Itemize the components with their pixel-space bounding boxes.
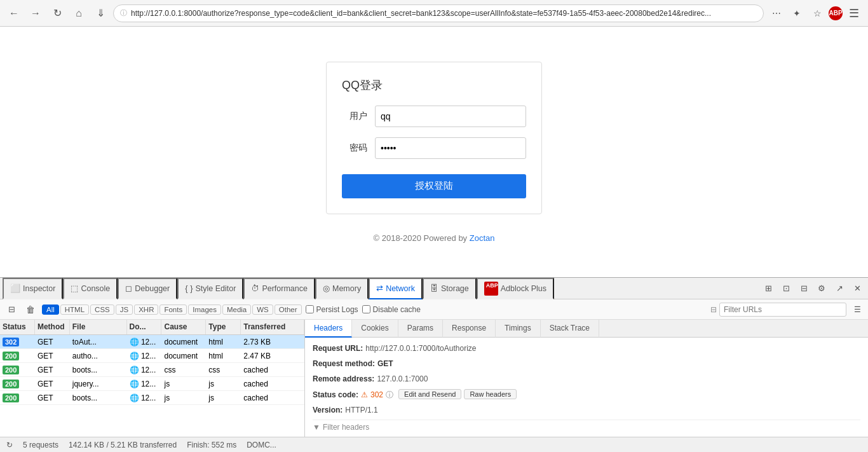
col-cause: Cause: [161, 320, 206, 334]
tab-debugger[interactable]: ◻ Debugger: [118, 278, 177, 299]
split-horizontal-button[interactable]: ⊞: [760, 280, 776, 297]
devtools-tabs: ⬜ Inspector ⬚ Console ◻ Debugger { } Sty…: [0, 278, 868, 299]
filter-images-button[interactable]: Images: [188, 305, 221, 315]
download-button[interactable]: ⇓: [92, 4, 109, 22]
network-icon: ⇄: [376, 284, 383, 293]
tab-storage[interactable]: 🗄 Storage: [423, 278, 477, 299]
url-text: http://127.0.0.1:8000/authorize?response…: [131, 9, 757, 18]
filter-headers-bar: ▼ Filter headers: [313, 420, 860, 434]
undock-button[interactable]: ↗: [831, 280, 848, 297]
reload-button[interactable]: ↻: [48, 4, 66, 22]
status-code-label: Status code:: [313, 389, 358, 401]
details-tab-response[interactable]: Response: [443, 320, 496, 338]
tab-adblock[interactable]: ABP Adblock Plus: [477, 278, 554, 299]
pocket-button[interactable]: ✦: [788, 4, 806, 22]
table-row[interactable]: 200 GET jquery... 🌐 12... js js cached: [0, 377, 304, 391]
lock-icon: ⓘ: [120, 8, 127, 18]
table-rows: 302 GET toAut... 🌐 12... document html 2…: [0, 335, 304, 437]
username-input[interactable]: [375, 106, 526, 127]
dock-button[interactable]: ⊟: [796, 280, 812, 297]
tab-console[interactable]: ⬚ Console: [63, 278, 118, 299]
finish-time: Finish: 552 ms: [187, 441, 236, 449]
col-type: Type: [206, 320, 241, 334]
table-row[interactable]: 200 GET boots... 🌐 12... js js cached: [0, 391, 304, 405]
status-code-value: 302: [370, 389, 383, 401]
version-value: HTTP/1.1: [345, 404, 377, 416]
reload-status-icon: ↻: [6, 441, 13, 449]
adblock-button[interactable]: ABP: [829, 6, 843, 20]
filter-js-button[interactable]: JS: [116, 305, 133, 315]
filter-icon: ⊟: [710, 305, 717, 314]
password-input[interactable]: [375, 137, 526, 159]
login-button[interactable]: 授权登陆: [342, 174, 526, 198]
home-button[interactable]: ⌂: [70, 4, 88, 22]
hamburger-menu-button[interactable]: ☰: [845, 4, 863, 22]
disable-cache-label[interactable]: Disable cache: [362, 305, 421, 314]
details-tab-headers[interactable]: Headers: [305, 320, 352, 338]
tab-inspector[interactable]: ⬜ Inspector: [3, 278, 63, 299]
version-row: Version: HTTP/1.1: [313, 404, 860, 416]
persist-logs-checkbox[interactable]: [306, 305, 314, 313]
disable-cache-checkbox[interactable]: [362, 305, 370, 313]
inspector-icon: ⬜: [10, 284, 20, 293]
filter-options-button[interactable]: ☰: [850, 303, 864, 317]
table-header: Status Method File Do... Cause Type Tran…: [0, 320, 304, 335]
details-content: Request URL: http://127.0.0.1:7000/toAut…: [305, 338, 868, 437]
settings-button[interactable]: ⚙: [813, 280, 830, 297]
devtools-tab-actions: ⊞ ⊡ ⊟ ⚙ ↗ ✕: [760, 280, 865, 297]
status-code-buttons: Edit and Resend Raw headers: [398, 389, 517, 399]
filter-fonts-button[interactable]: Fonts: [159, 305, 187, 315]
browser-actions: ⋯ ✦ ☆ ABP ☰: [768, 4, 863, 22]
table-row[interactable]: 200 GET autho... 🌐 12... document html 2…: [0, 349, 304, 363]
table-row[interactable]: 302 GET toAut... 🌐 12... document html 2…: [0, 335, 304, 349]
edit-resend-button[interactable]: Edit and Resend: [398, 389, 461, 399]
details-tab-timings[interactable]: Timings: [496, 320, 541, 338]
table-row[interactable]: 200 GET boots... 🌐 12... css css cached: [0, 363, 304, 377]
adblock-tab-icon: ABP: [484, 282, 498, 296]
tab-network[interactable]: ⇄ Network: [369, 278, 423, 299]
browser-chrome: ← → ↻ ⌂ ⇓ ⓘ http://127.0.0.1:8000/author…: [0, 0, 868, 27]
dom-content: DOMC...: [247, 441, 276, 449]
close-devtools-button[interactable]: ✕: [849, 280, 865, 297]
col-method: Method: [35, 320, 70, 334]
filter-html-button[interactable]: HTML: [60, 305, 89, 315]
footer-text: © 2018-2020 Powered by Zoctan: [374, 233, 495, 243]
filter-all-button[interactable]: All: [42, 305, 59, 315]
filter-css-button[interactable]: CSS: [90, 305, 114, 315]
remote-address-label: Remote address:: [313, 373, 374, 385]
transfer-size: 142.14 KB / 5.21 KB transferred: [69, 441, 177, 449]
details-tab-stack-trace[interactable]: Stack Trace: [541, 320, 599, 338]
forward-button[interactable]: →: [27, 4, 44, 22]
help-icon[interactable]: ⓘ: [386, 389, 393, 401]
filter-ws-button[interactable]: WS: [252, 305, 273, 315]
performance-icon: ⏱: [251, 284, 259, 293]
col-domain: Do...: [127, 320, 162, 334]
raw-headers-button[interactable]: Raw headers: [464, 389, 517, 399]
filter-url-input[interactable]: [719, 303, 846, 317]
split-vertical-button[interactable]: ⊡: [778, 280, 794, 297]
network-table: Status Method File Do... Cause Type Tran…: [0, 320, 305, 437]
filter-media-button[interactable]: Media: [222, 305, 251, 315]
password-label: 密码: [342, 142, 367, 154]
filter-toggle-button[interactable]: ⊟: [4, 302, 19, 317]
filter-xhr-button[interactable]: XHR: [134, 305, 158, 315]
footer-link[interactable]: Zoctan: [470, 233, 495, 243]
devtools-panel: ⬜ Inspector ⬚ Console ◻ Debugger { } Sty…: [0, 277, 868, 452]
tab-performance[interactable]: ⏱ Performance: [243, 278, 315, 299]
bookmark-button[interactable]: ☆: [808, 4, 826, 22]
details-tab-cookies[interactable]: Cookies: [352, 320, 398, 338]
network-toolbar: ⊟ 🗑 All HTML CSS JS XHR Fonts Images Med…: [0, 299, 868, 320]
memory-icon: ◎: [323, 284, 330, 293]
details-tab-params[interactable]: Params: [398, 320, 443, 338]
back-button[interactable]: ←: [5, 4, 23, 22]
more-button[interactable]: ⋯: [768, 4, 785, 22]
username-row: 用户: [342, 106, 526, 127]
filter-other-button[interactable]: Other: [275, 305, 302, 315]
clear-requests-button[interactable]: 🗑: [23, 302, 38, 317]
address-bar[interactable]: ⓘ http://127.0.0.1:8000/authorize?respon…: [113, 4, 764, 22]
details-tabs: Headers Cookies Params Response Timings: [305, 320, 868, 338]
tab-style-editor[interactable]: { } Style Editor: [177, 278, 243, 299]
persist-logs-label[interactable]: Persist Logs: [306, 305, 358, 314]
devtools-body: ⊟ 🗑 All HTML CSS JS XHR Fonts Images Med…: [0, 299, 868, 452]
tab-memory[interactable]: ◎ Memory: [315, 278, 369, 299]
